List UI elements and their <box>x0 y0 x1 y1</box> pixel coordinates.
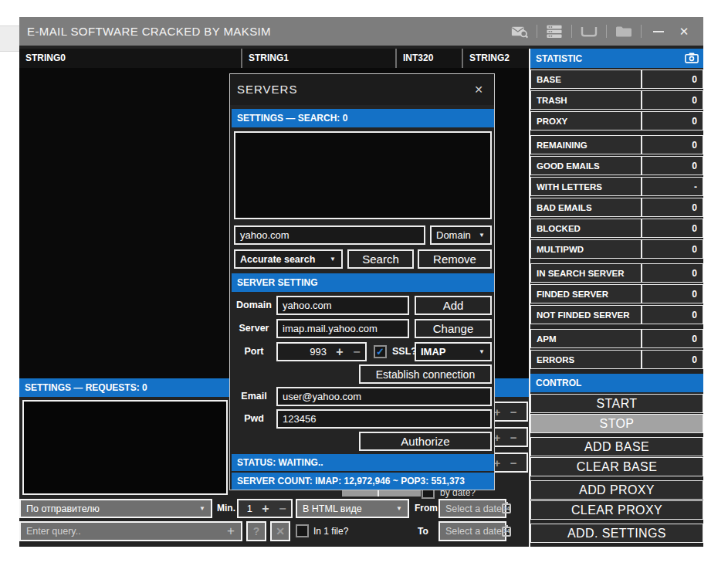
stop-button[interactable]: STOP <box>530 414 703 433</box>
servers-button[interactable] <box>546 22 563 41</box>
stat-label: ERRORS <box>531 355 641 364</box>
start-button[interactable]: START <box>530 394 703 413</box>
stat-label: MULTIPWD <box>531 245 641 254</box>
stat-value: 0 <box>641 219 703 237</box>
clear-base-button[interactable]: CLEAR BASE <box>530 457 703 476</box>
dialog-close-button[interactable]: ✕ <box>469 80 488 99</box>
chevron-down-icon: ▼ <box>330 256 341 263</box>
column-headers: STRING0 STRING1 INT320 STRING2 <box>19 49 529 68</box>
mail-search-icon <box>511 25 528 39</box>
protocol-value: IMAP <box>416 346 479 358</box>
add-proxy-button[interactable]: ADD PROXY <box>530 480 703 500</box>
help-icon: ? <box>253 525 260 537</box>
titlebar-separator <box>606 25 607 38</box>
query-input[interactable]: Enter query.. + <box>19 521 242 541</box>
plus-icon[interactable]: + <box>257 502 274 516</box>
stat-row: REMAINING0 <box>530 135 703 154</box>
add-base-button[interactable]: ADD BASE <box>530 437 703 456</box>
tray-button[interactable] <box>581 22 598 41</box>
minus-icon[interactable]: − <box>274 502 291 516</box>
search-type-dropdown[interactable]: Domain▼ <box>430 225 492 245</box>
plus-icon[interactable]: + <box>331 345 348 359</box>
clear-query-button[interactable]: ✕ <box>270 521 290 541</box>
from-date-picker[interactable]: Select a date 14 <box>438 499 506 518</box>
server-field-value: imap.mail.yahoo.com <box>278 323 378 334</box>
server-count-bar: SERVER COUNT: IMAP: 12,972,946 ~ POP3: 5… <box>232 473 494 490</box>
search-mode-value: Accurate search <box>235 254 330 265</box>
stat-value: 0 <box>641 240 703 258</box>
min-label: Min. <box>217 499 235 518</box>
close-button[interactable]: ✕ <box>676 22 692 41</box>
domain-field[interactable]: yahoo.com <box>276 296 409 315</box>
change-button[interactable]: Change <box>415 319 492 338</box>
mail-search-button[interactable] <box>511 22 528 41</box>
stat-value: 0 <box>641 198 703 216</box>
pwd-field[interactable]: 123456 <box>276 409 492 429</box>
stat-row: ERRORS0 <box>530 350 703 369</box>
minus-icon[interactable]: − <box>510 432 517 443</box>
stat-value: 0 <box>641 351 703 368</box>
server-search-results-list[interactable] <box>234 131 492 219</box>
from-date-placeholder: Select a date <box>440 503 502 514</box>
column-header-string1[interactable]: STRING1 <box>242 49 397 68</box>
clear-proxy-button[interactable]: CLEAR PROXY <box>530 500 703 520</box>
sender-filter-dropdown[interactable]: По отправителю ▼ <box>19 499 212 518</box>
add-button[interactable]: Add <box>415 296 492 315</box>
minimize-icon <box>653 31 664 32</box>
domain-search-input[interactable]: yahoo.com <box>234 225 425 245</box>
stat-label: BAD EMAILS <box>531 203 641 212</box>
column-header-string2[interactable]: STRING2 <box>463 49 529 68</box>
chevron-down-icon: ▼ <box>479 348 490 355</box>
statistic-panel: STATISTIC BASE0 TRASH0 PROXY0 REMAINING0… <box>530 49 703 544</box>
remove-button[interactable]: Remove <box>418 249 492 269</box>
to-label: To <box>418 521 428 541</box>
server-field-label: Server <box>235 319 273 338</box>
minimize-button[interactable] <box>650 22 667 41</box>
statistic-header: STATISTIC <box>530 49 703 68</box>
column-header-string0[interactable]: STRING0 <box>19 49 242 68</box>
establish-connection-button[interactable]: Establish connection <box>359 364 492 384</box>
min-count-stepper[interactable]: 1 + − <box>237 499 293 518</box>
ssl-checkbox[interactable]: ✓ <box>374 345 387 358</box>
camera-icon[interactable] <box>685 53 699 63</box>
stat-label: PROXY <box>531 117 641 126</box>
stat-label: WITH LETTERS <box>531 182 641 192</box>
server-field[interactable]: imap.mail.yahoo.com <box>276 319 409 338</box>
port-field-label: Port <box>235 342 273 361</box>
stat-row: GOOD EMAILS0 <box>530 156 703 175</box>
search-button[interactable]: Search <box>347 249 414 269</box>
close-icon: ✕ <box>679 25 689 37</box>
protocol-dropdown[interactable]: IMAP▼ <box>415 342 492 361</box>
help-button[interactable]: ? <box>246 521 266 541</box>
add-query-icon[interactable]: + <box>227 524 241 539</box>
port-stepper[interactable]: 993 + − <box>276 342 367 361</box>
email-field-value: user@yahoo.com <box>278 391 361 402</box>
email-field[interactable]: user@yahoo.com <box>276 387 492 406</box>
minus-icon[interactable]: − <box>510 457 517 469</box>
minus-icon[interactable]: − <box>348 345 365 359</box>
stat-label: REMAINING <box>531 141 641 150</box>
domain-field-label: Domain <box>235 296 273 315</box>
stat-row: IN SEARCH SERVER0 <box>530 263 703 283</box>
requests-list[interactable] <box>22 400 228 495</box>
titlebar-icons: ✕ <box>511 22 703 41</box>
close-icon: ✕ <box>276 525 285 537</box>
stat-value: 0 <box>641 136 703 154</box>
stat-value: - <box>641 178 703 195</box>
stat-row: NOT FINDED SERVER0 <box>530 305 703 324</box>
authorize-button[interactable]: Authorize <box>359 432 492 451</box>
search-mode-dropdown[interactable]: Accurate search▼ <box>234 249 343 269</box>
query-placeholder: Enter query.. <box>21 526 227 537</box>
folder-button[interactable] <box>615 22 632 41</box>
dialog-titlebar: SERVERS ✕ <box>230 74 494 105</box>
format-dropdown[interactable]: В HTML виде ▼ <box>296 499 409 518</box>
to-date-picker[interactable]: Select a date 14 <box>438 521 506 541</box>
control-header: CONTROL <box>530 374 703 392</box>
stat-label: BLOCKED <box>531 224 641 233</box>
stat-value: 0 <box>641 91 703 109</box>
minus-icon[interactable]: − <box>510 406 517 418</box>
column-header-int320[interactable]: INT320 <box>397 49 463 68</box>
add-settings-button[interactable]: ADD. SETTINGS <box>530 524 703 543</box>
in-one-file-checkbox[interactable] <box>296 524 309 537</box>
stat-value: 0 <box>641 264 703 282</box>
